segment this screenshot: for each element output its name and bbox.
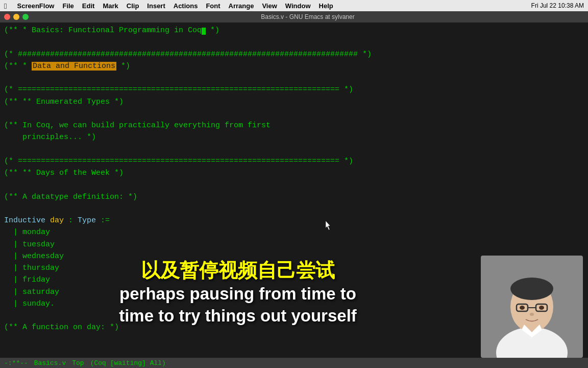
line-10: principles... *) [0,131,588,143]
svg-point-4 [510,278,553,300]
svg-point-10 [530,313,534,316]
maximize-button[interactable] [22,14,29,20]
close-button[interactable] [4,14,10,20]
line-12: (* =====================================… [0,155,588,167]
line-blank-5 [0,179,588,191]
menubar-right: Fri Jul 22 10:38 AM [531,2,584,9]
minimize-button[interactable] [13,14,19,20]
line-3: (* #####################################… [0,49,588,60]
menu-view[interactable]: View [262,2,277,10]
menu-screenflow[interactable]: ScreenFlow [17,2,54,10]
menu-arrange[interactable]: Arrange [229,2,254,10]
status-mode: -:**-- [4,359,28,367]
menu-font[interactable]: Font [206,2,220,10]
menubar-datetime: Fri Jul 22 10:38 AM [531,2,584,9]
menu-file[interactable]: File [62,2,74,10]
menu-actions[interactable]: Actions [174,2,198,10]
window-title: Basics.v - GNU Emacs at sylvaner [32,13,584,20]
highlighted-text: Data and Functions [32,62,116,71]
line-blank-2 [0,72,588,84]
line-15: (** A datatype definition: *) [0,191,588,203]
menu-help[interactable]: Help [319,2,333,10]
menu-window[interactable]: Window [285,2,311,10]
menu-clip[interactable]: Clip [127,2,139,10]
line-7: (** ** Enumerated Types *) [0,96,588,108]
line-blank-6 [0,203,588,215]
line-4: (** * Data and Functions *) [0,60,588,72]
line-blank-3 [0,108,588,120]
webcam-overlay [481,256,583,358]
line-1: (** * Basics: Functional Programming in … [0,25,588,36]
line-6: (* =====================================… [0,84,588,96]
svg-point-9 [539,306,544,310]
line-tuesday: | tuesday [0,239,588,250]
line-13: (** ** Days of the Week *) [0,167,588,179]
menu-insert[interactable]: Insert [147,2,165,10]
menubar:  ScreenFlow File Edit Mark Clip Insert … [0,0,588,11]
line-inductive: Inductive day : Type := [0,215,588,226]
svg-point-8 [520,306,525,310]
line-monday: | monday [0,226,588,238]
titlebar: Basics.v - GNU Emacs at sylvaner [0,11,588,22]
line-blank-4 [0,144,588,155]
status-other: (Coq [waiting] All) [90,359,166,367]
statusbar: -:**-- Basics.v Top (Coq [waiting] All) [0,358,588,368]
status-position: Top [72,359,84,367]
line-9: (** In Coq, we can build practically eve… [0,120,588,131]
menu-edit[interactable]: Edit [82,2,95,10]
apple-menu[interactable]:  [4,2,7,10]
menu-mark[interactable]: Mark [103,2,118,10]
status-filename: Basics.v [34,359,66,367]
line-blank-1 [0,36,588,48]
